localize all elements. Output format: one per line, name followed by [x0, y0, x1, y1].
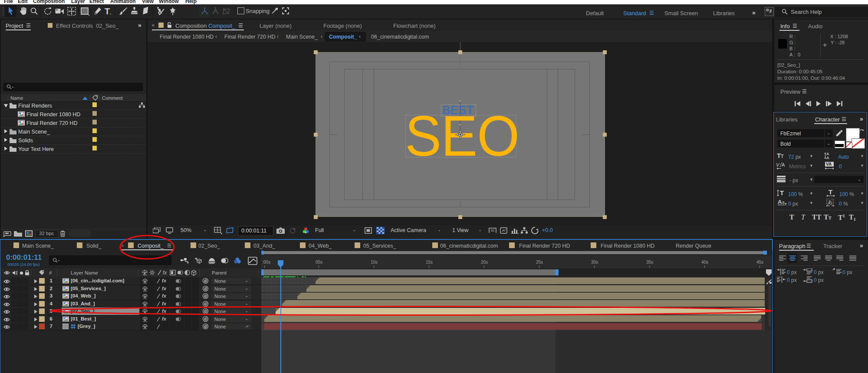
- svg-text:あ: あ: [828, 200, 832, 204]
- svg-text:T: T: [829, 189, 832, 196]
- svg-text:a: a: [782, 200, 785, 205]
- svg-text:A: A: [782, 162, 785, 167]
- svg-text:A: A: [826, 156, 829, 160]
- svg-text:T: T: [780, 189, 784, 196]
- svg-text:V: V: [776, 162, 780, 167]
- svg-text:VA: VA: [826, 162, 832, 167]
- svg-text:A: A: [778, 199, 782, 205]
